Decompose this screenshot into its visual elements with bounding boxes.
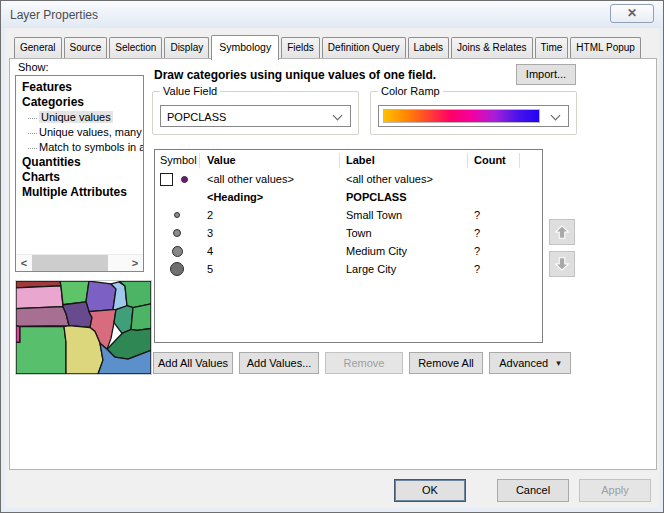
symbol-cell[interactable] (155, 212, 200, 218)
table-row[interactable]: 2Small Town? (155, 206, 542, 224)
map-preview (15, 280, 152, 375)
add-values-button[interactable]: Add Values... (239, 352, 319, 374)
value-field-label: Value Field (160, 85, 220, 97)
table-row[interactable]: 5Large City? (155, 260, 542, 278)
state-shape (86, 281, 116, 312)
color-ramp-group: Color Ramp (370, 91, 577, 135)
arrow-down-icon (553, 255, 571, 273)
symbol-cell[interactable] (155, 229, 200, 237)
table-row[interactable]: <Heading>POPCLASS (155, 188, 542, 206)
show-label: Show: (18, 61, 49, 73)
dropdown-arrow-icon: ▾ (556, 353, 561, 373)
tab-symbology[interactable]: Symbology (211, 35, 279, 60)
count-cell: ? (468, 209, 520, 221)
add-all-values-button[interactable]: Add All Values (153, 352, 233, 374)
state-shape (60, 281, 89, 305)
show-item-charts[interactable]: Charts (16, 170, 143, 185)
show-item-quantities[interactable]: Quantities (16, 155, 143, 170)
label-cell: Town (340, 227, 468, 239)
point-symbol-icon[interactable] (174, 212, 180, 218)
horizontal-scrollbar[interactable]: < > (16, 254, 143, 271)
tab-bar: GeneralSourceSelectionDisplaySymbologyFi… (14, 35, 643, 58)
tree-connector (28, 118, 37, 119)
count-cell: ? (468, 245, 520, 257)
column-header-label: Label (340, 153, 468, 168)
table-row[interactable]: 3Town? (155, 224, 542, 242)
show-item-multiple-attributes[interactable]: Multiple Attributes (16, 185, 143, 200)
symbol-cell[interactable] (155, 173, 200, 186)
tab-source[interactable]: Source (64, 37, 108, 58)
label-cell: POPCLASS (340, 191, 468, 203)
window-title: Layer Properties (10, 8, 98, 22)
label-cell: Small Town (340, 209, 468, 221)
scroll-right-icon[interactable]: > (127, 255, 143, 271)
value-cell: <all other values> (200, 173, 340, 185)
tab-display[interactable]: Display (164, 37, 209, 58)
column-header-value: Value (200, 153, 340, 168)
arrow-up-icon (553, 223, 571, 241)
state-shape (16, 307, 69, 327)
tab-time[interactable]: Time (535, 37, 569, 58)
point-symbol-icon[interactable] (172, 246, 183, 257)
point-symbol-icon[interactable] (173, 229, 181, 237)
label-cell: Large City (340, 263, 468, 275)
color-ramp-swatch (383, 109, 540, 123)
show-item-unique-values-many[interactable]: Unique values, many (16, 125, 143, 140)
show-item-unique-values[interactable]: Unique values (16, 110, 143, 125)
table-row[interactable]: <all other values><all other values> (155, 170, 542, 188)
layer-properties-dialog: Layer Properties ✕ GeneralSourceSelectio… (0, 0, 664, 513)
symbol-cell[interactable] (155, 262, 200, 276)
chevron-down-icon[interactable] (551, 111, 561, 121)
state-shape (16, 286, 63, 309)
show-listbox: FeaturesCategoriesUnique valuesUnique va… (15, 75, 144, 272)
move-down-button[interactable] (549, 251, 575, 277)
value-cell: 5 (200, 263, 340, 275)
symbol-cell[interactable] (155, 246, 200, 257)
tab-labels[interactable]: Labels (408, 37, 449, 58)
tab-html-popup[interactable]: HTML Popup (570, 37, 641, 58)
tab-definition-query[interactable]: Definition Query (322, 37, 406, 58)
show-item-categories[interactable]: Categories (16, 95, 143, 110)
chevron-down-icon[interactable] (333, 111, 343, 121)
method-heading: Draw categories using unique values of o… (154, 68, 436, 82)
count-cell: ? (468, 263, 520, 275)
show-item-features[interactable]: Features (16, 80, 143, 95)
count-cell: ? (468, 227, 520, 239)
tree-connector (28, 148, 37, 149)
symbology-tab-page: Show: FeaturesCategoriesUnique valuesUni… (9, 58, 657, 470)
scrollbar-thumb[interactable] (32, 255, 108, 271)
table-row[interactable]: 4Medium City? (155, 242, 542, 260)
point-symbol-icon[interactable] (170, 262, 184, 276)
point-symbol-icon[interactable] (181, 176, 188, 183)
tab-joins-relates[interactable]: Joins & Relates (451, 37, 532, 58)
tab-fields[interactable]: Fields (281, 37, 320, 58)
color-ramp-combobox[interactable] (378, 105, 569, 127)
label-cell: Medium City (340, 245, 468, 257)
titlebar[interactable]: Layer Properties ✕ (1, 1, 663, 28)
value-cell: 2 (200, 209, 340, 221)
tab-general[interactable]: General (14, 37, 62, 58)
show-item-match-to-symbols-in-a[interactable]: Match to symbols in a (16, 140, 143, 155)
ok-button[interactable]: OK (394, 479, 466, 502)
tree-connector (28, 133, 37, 134)
state-shape (16, 327, 66, 374)
move-up-button[interactable] (549, 219, 575, 245)
remove-button[interactable]: Remove (325, 352, 403, 374)
import-button[interactable]: Import... (516, 64, 576, 85)
remove-all-button[interactable]: Remove All (409, 352, 483, 374)
advanced-button[interactable]: Advanced▾ (489, 352, 571, 374)
state-shape (131, 304, 151, 331)
close-icon[interactable]: ✕ (610, 4, 654, 23)
value-cell: 4 (200, 245, 340, 257)
label-cell: <all other values> (340, 173, 468, 185)
value-cell: 3 (200, 227, 340, 239)
value-cell: <Heading> (200, 191, 340, 203)
apply-button[interactable]: Apply (579, 479, 651, 502)
cancel-button[interactable]: Cancel (497, 479, 569, 502)
tab-selection[interactable]: Selection (109, 37, 162, 58)
color-ramp-label: Color Ramp (378, 85, 443, 97)
column-header-count: Count (468, 153, 520, 168)
all-other-values-checkbox[interactable] (160, 173, 173, 186)
value-field-combobox[interactable]: POPCLASS (160, 105, 351, 127)
scroll-left-icon[interactable]: < (16, 255, 32, 271)
